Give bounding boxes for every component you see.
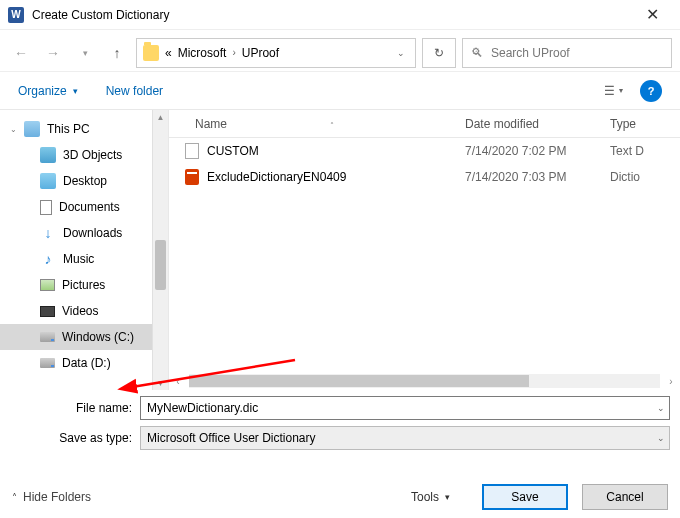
hscroll-right[interactable]: › [662,376,680,387]
office-file-icon [185,169,199,185]
file-name: ExcludeDictionaryEN0409 [207,170,346,184]
tree-drive-d[interactable]: Data (D:) [0,350,152,376]
scroll-thumb[interactable] [155,240,166,290]
tree-this-pc[interactable]: ⌄ This PC [0,116,152,142]
document-icon [40,200,52,215]
search-icon: 🔍︎ [471,46,483,60]
tree-videos[interactable]: Videos [0,298,152,324]
breadcrumb-segment[interactable]: UProof [242,46,279,60]
videos-icon [40,306,55,317]
search-input[interactable]: 🔍︎ Search UProof [462,38,672,68]
chevron-down-icon[interactable]: ⌄ [657,403,665,413]
hide-folders-button[interactable]: ˄ Hide Folders [12,490,91,504]
view-options-button[interactable]: ☰ ▾ [596,80,630,102]
music-icon: ♪ [40,251,56,267]
file-row[interactable]: ExcludeDictionaryEN0409 7/14/2020 7:03 P… [169,164,680,190]
chevron-right-icon[interactable]: › [232,47,235,58]
file-row[interactable]: CUSTOM 7/14/2020 7:02 PM Text D [169,138,680,164]
chevron-up-icon: ˄ [12,492,17,503]
tree-desktop[interactable]: Desktop [0,168,152,194]
refresh-button[interactable]: ↻ [422,38,456,68]
pictures-icon [40,279,55,291]
tree-downloads[interactable]: ↓ Downloads [0,220,152,246]
folder-icon [143,45,159,61]
new-folder-button[interactable]: New folder [106,84,163,98]
scroll-up-icon[interactable]: ▲ [153,110,168,124]
breadcrumb-segment[interactable]: Microsoft [178,46,227,60]
nav-recent-dropdown[interactable]: ▾ [72,40,98,66]
column-type[interactable]: Type [610,117,670,131]
address-dropdown[interactable]: ⌄ [397,48,409,58]
file-type: Text D [610,144,670,158]
drive-icon [40,332,55,342]
chevron-down-icon: ▾ [73,86,78,96]
column-date[interactable]: Date modified [465,117,610,131]
filename-input[interactable]: MyNewDictionary.dic ⌄ [140,396,670,420]
dialog-title: Create Custom Dictionary [32,8,632,22]
hscroll-left[interactable]: ‹ [169,376,187,387]
column-name[interactable]: Name ˄ [175,117,465,131]
breadcrumb-prefix: « [165,46,172,60]
tree-music[interactable]: ♪ Music [0,246,152,272]
chevron-down-icon[interactable]: ⌄ [657,433,665,443]
drive-icon [40,358,55,368]
savetype-label: Save as type: [10,431,140,445]
chevron-down-icon: ▾ [619,86,623,95]
cube-icon [40,147,56,163]
text-file-icon [185,143,199,159]
hscroll-thumb[interactable] [189,375,529,387]
tools-menu[interactable]: Tools ▾ [411,490,450,504]
tree-3d-objects[interactable]: 3D Objects [0,142,152,168]
column-headers: Name ˄ Date modified Type [169,110,680,138]
scroll-down-icon[interactable]: ▼ [153,376,168,390]
file-name: CUSTOM [207,144,259,158]
file-date: 7/14/2020 7:02 PM [465,144,610,158]
tree-drive-c[interactable]: Windows (C:) [0,324,152,350]
word-app-icon: W [8,7,24,23]
nav-forward-button[interactable]: → [40,40,66,66]
save-button[interactable]: Save [482,484,568,510]
chevron-down-icon: ▾ [445,492,450,502]
file-date: 7/14/2020 7:03 PM [465,170,610,184]
savetype-dropdown[interactable]: Microsoft Office User Dictionary ⌄ [140,426,670,450]
tree-scrollbar[interactable]: ▲ ▼ [152,110,168,390]
search-placeholder: Search UProof [491,46,570,60]
navigation-tree: ⌄ This PC 3D Objects Desktop Documents ↓… [0,110,152,390]
cancel-button[interactable]: Cancel [582,484,668,510]
help-button[interactable]: ? [640,80,662,102]
filename-label: File name: [10,401,140,415]
download-icon: ↓ [40,225,56,241]
nav-up-button[interactable]: ↑ [104,40,130,66]
tree-documents[interactable]: Documents [0,194,152,220]
nav-back-button[interactable]: ← [8,40,34,66]
list-view-icon: ☰ [604,84,615,98]
desktop-icon [40,173,56,189]
organize-menu[interactable]: Organize ▾ [18,84,78,98]
close-button[interactable]: ✕ [632,1,672,29]
address-bar[interactable]: « Microsoft › UProof ⌄ [136,38,416,68]
pc-icon [24,121,40,137]
sort-indicator-icon: ˄ [330,121,334,130]
collapse-icon[interactable]: ⌄ [10,125,17,134]
tree-pictures[interactable]: Pictures [0,272,152,298]
hscroll-track[interactable] [189,374,660,388]
file-type: Dictio [610,170,670,184]
